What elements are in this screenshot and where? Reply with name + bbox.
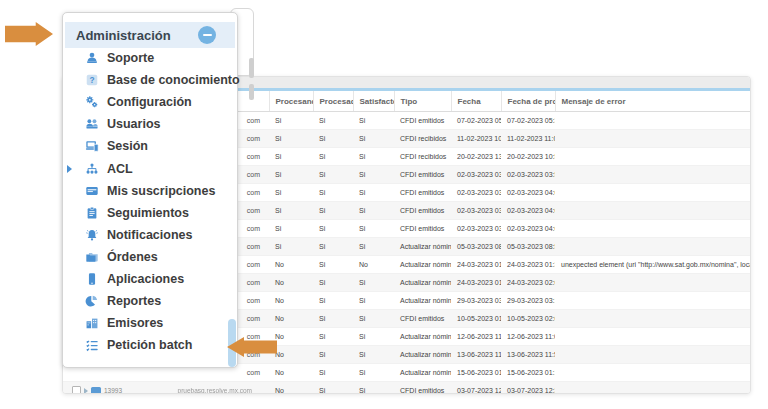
cell-fecha_proceso: 03-07-2023 12:31 [501,382,555,395]
cell-error [555,112,750,130]
mobile-icon [84,271,99,286]
cell-fecha: 11-02-2023 10:51 [451,130,501,148]
cell-tipo: CFDI emitidos [394,202,451,220]
sidebar-item-notificaciones[interactable]: Notificaciones [63,224,237,246]
cell-fecha_proceso: 02-03-2023 03:50 [501,166,555,184]
cell-procesado: Si [313,184,353,202]
cell-tipo: CFDI emitidos [394,220,451,238]
sidebar-item-base-conocimiento[interactable]: ?Base de conocimiento [63,69,237,91]
sidebar-item-label: ACL [107,162,133,176]
sidebar-item-label: Base de conocimiento [107,73,240,87]
cell-fecha: 02-03-2023 03:43 [451,166,501,184]
cell-procesado: Si [313,346,353,364]
column-header[interactable]: Tipo [394,91,451,112]
cell-procesando: No [269,364,313,382]
annotation-arrow-administracion [5,22,53,46]
cell-error [555,310,750,328]
sidebar-item-peticion-batch[interactable]: Petición batch [63,334,237,356]
cell-tipo: Actualizar nóminas [394,364,451,382]
cell-error [555,274,750,292]
column-header[interactable]: Procesado [313,91,353,112]
cell-fecha_proceso: 10-05-2023 02:00 [501,310,555,328]
cell-satisfactorio: Si [353,238,394,256]
cell-error [555,238,750,256]
cell-procesado: Si [313,130,353,148]
sidebar-item-reportes[interactable]: Reportes [63,290,237,312]
table-row[interactable]: 13993 pruebasg.resolve.mx.com NoSiSiCFDI… [63,382,750,395]
sidebar-item-ordenes[interactable]: Órdenes [63,246,237,268]
cell-error [555,130,750,148]
cell-fecha_proceso: 24-03-2023 02:01 [501,274,555,292]
acl-icon [84,161,99,176]
column-header[interactable]: Fecha de proceso [501,91,555,112]
cell-satisfactorio: Si [353,364,394,382]
menu-items: Soporte?Base de conocimientoConfiguració… [63,47,237,356]
cell-tipo: CFDI emitidos [394,310,451,328]
sidebar-item-label: Notificaciones [107,228,192,242]
background-scrollbar-thumb[interactable] [249,84,254,100]
cell-procesado: Si [313,292,353,310]
cell-tipo: CFDI emitidos [394,184,451,202]
cell-satisfactorio: Si [353,220,394,238]
cell-procesado: Si [313,166,353,184]
cell-procesado: Si [313,238,353,256]
cell-error [555,364,750,382]
cell-procesando: Si [269,130,313,148]
cell-procesando: Si [269,166,313,184]
sidebar-item-seguimientos[interactable]: Seguimientos [63,202,237,224]
sidebar-item-soporte[interactable]: Soporte [63,47,237,69]
cell-error: unexpected element (uri "http://www.sat.… [555,256,750,274]
cell-fecha: 24-03-2023 01:55 [451,274,501,292]
clipboard-icon [84,205,99,220]
cell-fecha: 12-06-2023 11:07 [451,328,501,346]
cell-procesando: Si [269,202,313,220]
row-id: 13993 [104,387,122,394]
sidebar-item-acl[interactable]: ACL [63,157,237,179]
cell-procesando: Si [269,112,313,130]
sidebar-item-label: Órdenes [107,250,158,264]
sidebar-item-aplicaciones[interactable]: Aplicaciones [63,268,237,290]
cell-fecha: 03-07-2023 12:30 [451,382,501,395]
cell-satisfactorio: Si [353,112,394,130]
administration-menu-panel: Administración Soporte?Base de conocimie… [62,12,238,368]
sidebar-item-label: Aplicaciones [107,272,184,286]
column-header[interactable]: Procesando [269,91,313,112]
cell-fecha: 05-03-2023 08:52 [451,238,501,256]
column-header[interactable]: Fecha [451,91,501,112]
sidebar-item-label: Soporte [107,51,154,65]
cell-fecha: 02-03-2023 03:55 [451,220,501,238]
cell-fecha_proceso: 24-03-2023 01:31 [501,256,555,274]
cell-satisfactorio: Si [353,382,394,395]
sidebar-item-mis-suscripciones[interactable]: Mis suscripciones [63,180,237,202]
cell-fecha_proceso: 20-02-2023 10:52 [501,148,555,166]
sidebar-item-sesion[interactable]: Sesión [63,135,237,157]
row-checkbox[interactable] [72,386,81,394]
cell-satisfactorio: Si [353,166,394,184]
background-scrollbar-thumb[interactable] [249,58,254,78]
cell-error [555,346,750,364]
cell-procesado: Si [313,256,353,274]
cell-fecha_proceso: 13-06-2023 11:53 [501,346,555,364]
cell-fecha_proceso: 02-03-2023 04:00 [501,202,555,220]
collapse-minus-icon[interactable] [198,26,216,44]
svg-text:?: ? [89,75,94,85]
sidebar-item-emisores[interactable]: Emisores [63,312,237,334]
row-expand-icon[interactable] [84,388,88,394]
sidebar-item-configuracion[interactable]: Configuración [63,91,237,113]
sidebar-item-label: Reportes [107,294,161,308]
cell-satisfactorio: Si [353,274,394,292]
cell-fecha_proceso: 15-06-2023 01:18 [501,364,555,382]
column-header[interactable]: Mensaje de error [555,91,750,112]
cell-fecha_proceso: 02-03-2023 04:00 [501,184,555,202]
sidebar-item-label: Configuración [107,95,192,109]
column-header[interactable]: Satisfactorio [353,91,394,112]
sidebar-item-label: Mis suscripciones [107,184,215,198]
expand-arrow-icon[interactable] [67,165,72,173]
sidebar-item-label: Sesión [107,139,148,153]
cell-fecha_proceso: 12-06-2023 11:08 [501,328,555,346]
sidebar-item-label: Petición batch [107,338,192,352]
cell-procesado: Si [313,310,353,328]
cell-procesando: Si [269,220,313,238]
sidebar-item-usuarios[interactable]: Usuarios [63,113,237,135]
row-email: pruebasg.resolve.mx.com [178,387,260,394]
